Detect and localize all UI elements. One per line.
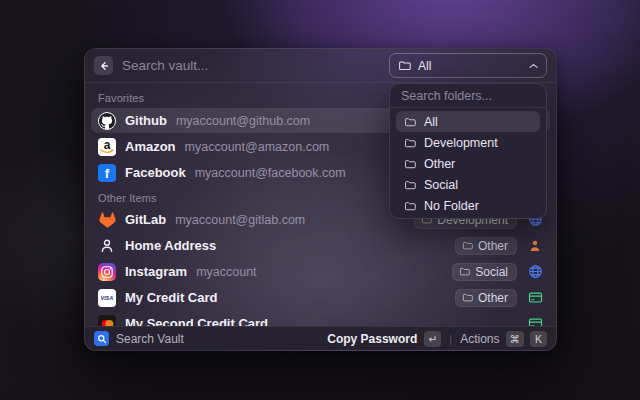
item-title: Amazon	[125, 139, 176, 154]
item-subtitle: myaccount@gitlab.com	[175, 213, 305, 227]
identity-person-icon	[527, 238, 543, 254]
folder-icon	[462, 292, 473, 303]
folder-icon	[404, 116, 416, 128]
actions-menu-button[interactable]: Actions ⌘ K	[460, 331, 547, 347]
folder-badge: Other	[455, 237, 517, 255]
folder-filter-button[interactable]: All	[389, 53, 547, 78]
folder-badge: Social	[452, 263, 517, 281]
globe-icon	[527, 264, 543, 280]
item-title: GitLab	[125, 212, 166, 227]
search-app-icon	[94, 331, 109, 346]
folder-option-no-folder[interactable]: No Folder	[396, 195, 540, 216]
footer-bar: Search Vault Copy Password ↵ | Actions ⌘…	[85, 326, 556, 350]
topbar: All	[85, 49, 556, 83]
folder-icon	[462, 240, 473, 251]
vault-item-my-credit-card[interactable]: VISA My Credit Card Other	[91, 285, 550, 310]
folder-options-list: All Development Other Social No Folder	[390, 108, 546, 219]
folder-dropdown-panel: All Development Other Social No Folder	[389, 83, 547, 219]
facebook-icon: f	[98, 164, 116, 182]
folder-filter-label: All	[418, 59, 431, 73]
enter-key-icon: ↵	[424, 331, 441, 347]
amazon-icon: a	[98, 138, 116, 156]
folder-option-development[interactable]: Development	[396, 132, 540, 153]
folder-icon	[398, 59, 411, 72]
item-subtitle: myaccount	[196, 265, 256, 279]
gitlab-icon	[98, 211, 116, 229]
search-vault-input[interactable]	[122, 58, 380, 73]
folder-option-all[interactable]: All	[396, 111, 540, 132]
item-subtitle: myaccount@facebook.com	[195, 166, 346, 180]
folder-option-social[interactable]: Social	[396, 174, 540, 195]
visa-icon: VISA	[98, 289, 116, 307]
item-subtitle: myaccount@github.com	[176, 114, 310, 128]
back-button[interactable]	[94, 56, 113, 75]
folder-option-other[interactable]: Other	[396, 153, 540, 174]
desktop-background: All Favorites Github myaccount@github.co…	[0, 0, 640, 400]
vault-search-window: All Favorites Github myaccount@github.co…	[84, 48, 557, 351]
folder-icon	[459, 266, 470, 277]
folder-icon	[404, 200, 416, 212]
folder-icon	[404, 179, 416, 191]
footer-divider: |	[448, 333, 453, 345]
chevron-up-icon	[529, 63, 538, 69]
folder-search-row	[390, 84, 546, 108]
item-subtitle: myaccount@amazon.com	[185, 140, 330, 154]
folder-search-input[interactable]	[401, 89, 535, 103]
item-title: Github	[125, 113, 167, 128]
vault-item-home-address[interactable]: Home Address Other	[91, 233, 550, 258]
credit-card-icon	[527, 290, 543, 306]
item-title: Instagram	[125, 264, 187, 279]
folder-icon	[404, 158, 416, 170]
arrow-left-icon	[98, 60, 110, 72]
folder-icon	[404, 137, 416, 149]
copy-password-action[interactable]: Copy Password ↵	[327, 331, 441, 347]
item-title: Facebook	[125, 165, 186, 180]
footer-app-label: Search Vault	[116, 332, 184, 346]
cmd-key-icon: ⌘	[506, 331, 525, 347]
github-icon	[98, 112, 116, 130]
k-key-icon: K	[530, 331, 547, 347]
vault-item-instagram[interactable]: Instagram myaccount Social	[91, 259, 550, 284]
instagram-icon	[98, 263, 116, 281]
folder-badge: Other	[455, 289, 517, 307]
item-title: My Credit Card	[125, 290, 217, 305]
person-icon	[98, 237, 116, 255]
item-title: Home Address	[125, 238, 216, 253]
